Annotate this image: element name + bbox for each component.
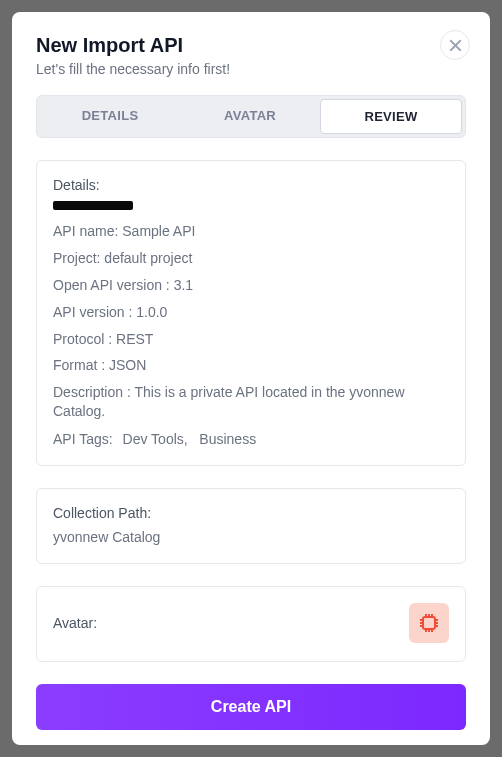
details-label: Details: — [53, 177, 449, 193]
api-tags-label: API Tags: — [53, 431, 113, 447]
import-api-modal: New Import API Let's fill the necessary … — [12, 12, 490, 745]
description-row: Description : This is a private API loca… — [53, 383, 449, 421]
collection-path-label: Collection Path: — [53, 505, 449, 521]
api-tag-1: Dev Tools, — [123, 431, 188, 447]
openapi-version-row: Open API version : 3.1 — [53, 276, 449, 295]
details-card: Details: API name: Sample API Project: d… — [36, 160, 466, 466]
format-value: JSON — [109, 357, 146, 373]
collection-path-value: yvonnew Catalog — [53, 529, 449, 545]
tab-avatar[interactable]: AVATAR — [180, 99, 320, 134]
api-version-row: API version : 1.0.0 — [53, 303, 449, 322]
api-name-row: API name: Sample API — [53, 222, 449, 241]
format-label: Format : — [53, 357, 105, 373]
format-row: Format : JSON — [53, 356, 449, 375]
project-value: default project — [104, 250, 192, 266]
modal-subtitle: Let's fill the necessary info first! — [36, 61, 466, 77]
redacted-placeholder — [53, 201, 133, 210]
api-name-label: API name: — [53, 223, 118, 239]
project-label: Project: — [53, 250, 100, 266]
collection-path-card: Collection Path: yvonnew Catalog — [36, 488, 466, 564]
close-button[interactable] — [440, 30, 470, 60]
api-tag-2: Business — [199, 431, 256, 447]
modal-title: New Import API — [36, 34, 466, 57]
avatar-card: Avatar: — [36, 586, 466, 662]
close-icon — [449, 39, 462, 52]
tab-details[interactable]: DETAILS — [40, 99, 180, 134]
avatar-label: Avatar: — [53, 615, 97, 631]
protocol-value: REST — [116, 331, 153, 347]
protocol-label: Protocol : — [53, 331, 112, 347]
protocol-row: Protocol : REST — [53, 330, 449, 349]
project-row: Project: default project — [53, 249, 449, 268]
svg-rect-2 — [423, 617, 435, 629]
api-tags-row: API Tags: Dev Tools, Business — [53, 431, 449, 447]
description-label: Description : — [53, 384, 131, 400]
api-name-value: Sample API — [122, 223, 195, 239]
avatar-preview — [409, 603, 449, 643]
openapi-version-value: 3.1 — [174, 277, 193, 293]
api-version-label: API version : — [53, 304, 132, 320]
api-version-value: 1.0.0 — [136, 304, 167, 320]
chip-icon — [417, 611, 441, 635]
tab-review[interactable]: REVIEW — [320, 99, 462, 134]
wizard-tabs: DETAILS AVATAR REVIEW — [36, 95, 466, 138]
openapi-version-label: Open API version : — [53, 277, 170, 293]
create-api-button[interactable]: Create API — [36, 684, 466, 730]
